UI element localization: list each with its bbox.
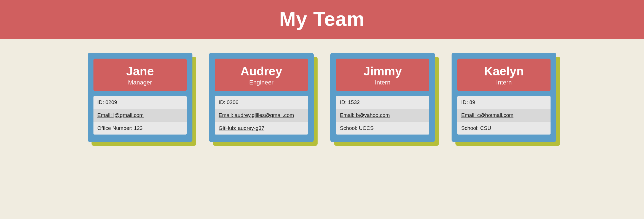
card-wrapper-kaelyn: KaelynInternID: 89Email: c@hotmail.comSc… [452, 53, 556, 142]
card-kaelyn: KaelynInternID: 89Email: c@hotmail.comSc… [452, 53, 556, 142]
detail-row-jane-0: ID: 0209 [93, 96, 187, 109]
card-wrapper-audrey: AudreyEngineerID: 0206Email: audrey.gill… [209, 53, 314, 142]
detail-row-audrey-1: Email: audrey.gillies@gmail.com [215, 109, 308, 122]
card-wrapper-jimmy: JimmyInternID: 1532Email: b@yahoo.comSch… [330, 53, 435, 142]
detail-row-kaelyn-2: School: CSU [457, 122, 551, 135]
card-details-audrey: ID: 0206Email: audrey.gillies@gmail.comG… [215, 96, 308, 135]
detail-link-jimmy-1[interactable]: Email: b@yahoo.com [340, 112, 390, 118]
card-audrey: AudreyEngineerID: 0206Email: audrey.gill… [209, 53, 314, 142]
card-details-jimmy: ID: 1532Email: b@yahoo.comSchool: UCCS [336, 96, 429, 135]
detail-row-kaelyn-0: ID: 89 [457, 96, 551, 109]
page-title: My Team [0, 8, 644, 30]
detail-link-audrey-2[interactable]: GitHub: audrey-g37 [219, 125, 264, 131]
detail-row-jimmy-1: Email: b@yahoo.com [336, 109, 429, 122]
card-header-jane: JaneManager [93, 59, 187, 91]
card-header-audrey: AudreyEngineer [215, 59, 308, 91]
card-header-kaelyn: KaelynIntern [457, 59, 551, 91]
detail-row-jimmy-2: School: UCCS [336, 122, 429, 135]
detail-row-audrey-2: GitHub: audrey-g37 [215, 122, 308, 135]
detail-link-audrey-1[interactable]: Email: audrey.gillies@gmail.com [219, 112, 294, 118]
card-role-kaelyn: Intern [462, 79, 546, 86]
detail-link-jane-1[interactable]: Email: j@gmail.com [97, 112, 144, 118]
card-details-jane: ID: 0209Email: j@gmail.comOffice Number:… [93, 96, 187, 135]
card-jane: JaneManagerID: 0209Email: j@gmail.comOff… [88, 53, 192, 142]
detail-row-audrey-0: ID: 0206 [215, 96, 308, 109]
card-name-jimmy: Jimmy [340, 65, 425, 78]
detail-row-jane-1: Email: j@gmail.com [93, 109, 187, 122]
detail-row-jimmy-0: ID: 1532 [336, 96, 429, 109]
card-role-audrey: Engineer [219, 79, 304, 86]
card-role-jane: Manager [98, 79, 182, 86]
card-name-jane: Jane [98, 65, 182, 78]
card-wrapper-jane: JaneManagerID: 0209Email: j@gmail.comOff… [88, 53, 192, 142]
page-header: My Team [0, 0, 644, 39]
card-details-kaelyn: ID: 89Email: c@hotmail.comSchool: CSU [457, 96, 551, 135]
card-header-jimmy: JimmyIntern [336, 59, 429, 91]
card-role-jimmy: Intern [340, 79, 425, 86]
team-container: JaneManagerID: 0209Email: j@gmail.comOff… [0, 39, 644, 156]
card-name-kaelyn: Kaelyn [462, 65, 546, 78]
detail-link-kaelyn-1[interactable]: Email: c@hotmail.com [461, 112, 513, 118]
card-jimmy: JimmyInternID: 1532Email: b@yahoo.comSch… [330, 53, 435, 142]
detail-row-kaelyn-1: Email: c@hotmail.com [457, 109, 551, 122]
detail-row-jane-2: Office Number: 123 [93, 122, 187, 135]
card-name-audrey: Audrey [219, 65, 304, 78]
